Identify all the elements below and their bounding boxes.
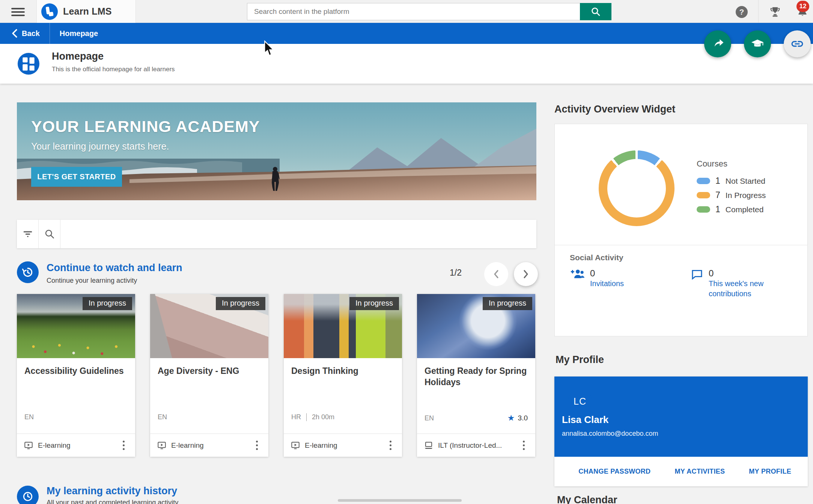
course-language: EN <box>425 414 434 422</box>
chevron-right-icon <box>522 269 530 279</box>
notification-count-badge[interactable]: 12 <box>796 1 809 12</box>
course-footer: E-learning <box>17 434 135 457</box>
legend-item-not-started: 1 Not Started <box>697 176 765 186</box>
lms-homepage: Learn LMS ? 12 Back Homepage Homepa <box>0 0 813 504</box>
contributions-count: 0 <box>709 268 795 279</box>
catalog-filter-bar <box>17 220 536 248</box>
course-footer: E-learning <box>150 434 268 457</box>
page-header: Homepage This is the official homepage f… <box>0 44 813 84</box>
page-title: Homepage <box>52 51 104 62</box>
ilt-laptop-icon <box>424 441 434 450</box>
course-thumbnail: In progress <box>417 294 535 358</box>
carousel-prev-button[interactable] <box>484 262 508 286</box>
course-type-label: E-learning <box>305 441 337 450</box>
clock-icon <box>22 490 34 502</box>
my-activities-button[interactable]: MY ACTIVITIES <box>674 468 725 476</box>
course-title: Accessibility Guidelines <box>17 358 135 377</box>
course-card[interactable]: In progress Design Thinking HR 2h 00m E-… <box>284 294 402 457</box>
my-profile-button[interactable]: MY PROFILE <box>749 468 791 476</box>
elearning-icon <box>157 441 167 450</box>
course-type-label: E-learning <box>38 441 71 450</box>
course-thumbnail: In progress <box>284 294 402 358</box>
help-button[interactable]: ? <box>734 4 749 20</box>
kebab-menu-icon[interactable] <box>117 438 130 453</box>
search-icon <box>590 6 601 17</box>
gamification-button[interactable] <box>768 4 783 20</box>
topbar-divider <box>758 0 759 23</box>
course-card[interactable]: In progress Accessibility Guidelines EN … <box>17 294 135 457</box>
top-bar: Learn LMS ? 12 <box>0 0 813 23</box>
chevron-left-icon <box>492 269 500 279</box>
history-section-subtitle: All your past and completed learning act… <box>47 499 178 504</box>
search-input[interactable] <box>247 3 580 20</box>
legend-swatch <box>697 206 710 213</box>
legend-swatch <box>697 178 710 184</box>
course-card[interactable]: In progress Age Diversity - ENG EN E-lea… <box>150 294 268 457</box>
person-add-icon <box>570 268 585 280</box>
page-subtitle: This is the official homepage for all le… <box>52 66 175 73</box>
search-button[interactable] <box>580 3 611 20</box>
avatar[interactable]: LC <box>568 389 592 413</box>
change-password-button[interactable]: CHANGE PASSWORD <box>578 468 650 476</box>
carousel-next-button[interactable] <box>514 262 538 286</box>
hero-title: YOUR LEARNING ACADEMY <box>31 117 260 136</box>
graduation-cap-icon <box>750 36 765 52</box>
activity-widget-title: Activity Overview Widget <box>554 104 675 115</box>
course-title: Design Thinking <box>284 358 402 377</box>
continue-section-title[interactable]: Continue to watch and learn <box>47 262 182 274</box>
course-footer: ILT (Instructor-Led... <box>417 434 535 457</box>
contributions-link[interactable]: This week's new contributions <box>709 279 795 299</box>
legend-count: 1 <box>715 204 720 214</box>
course-duration: 2h 00m <box>306 413 334 421</box>
course-language: HR <box>291 413 301 421</box>
profile-actions: CHANGE PASSWORD MY ACTIVITIES MY PROFILE <box>554 457 808 486</box>
learning-button[interactable] <box>744 30 771 57</box>
hero-banner: YOUR LEARNING ACADEMY Your learning jour… <box>17 102 536 200</box>
course-type-label: ILT (Instructor-Led... <box>438 441 502 450</box>
history-section-title[interactable]: My learning activity history <box>47 485 177 497</box>
share-button[interactable] <box>704 30 731 57</box>
horizontal-scrollbar[interactable] <box>338 499 462 502</box>
activity-overview-widget: Courses 1 Not Started 7 In Progress 1 Co… <box>554 124 808 336</box>
status-badge: In progress <box>483 297 532 310</box>
pagination-counter: 1/2 <box>450 268 462 278</box>
filter-icon <box>22 228 33 240</box>
profile-email: annalisa.colombo@docebo.com <box>562 430 658 438</box>
chart-legend-title: Courses <box>697 159 727 169</box>
invitations-link[interactable]: Invitations <box>590 279 624 289</box>
rating-value: 3.0 <box>518 414 528 422</box>
legend-item-in-progress: 7 In Progress <box>697 190 766 200</box>
page-nav-bar: Back Homepage <box>0 23 813 44</box>
social-activity-title: Social Activity <box>570 253 623 262</box>
app-logo[interactable]: Learn LMS <box>36 0 136 23</box>
contributions-stat: 0 This week's new contributions <box>691 268 795 299</box>
course-thumbnail: In progress <box>150 294 268 358</box>
hamburger-menu-icon[interactable] <box>11 6 26 17</box>
profile-card: LC Lisa Clark annalisa.colombo@docebo.co… <box>554 376 808 486</box>
filter-button[interactable] <box>17 220 39 248</box>
filter-search-button[interactable] <box>39 220 60 248</box>
legend-count: 1 <box>715 176 720 186</box>
help-icon: ? <box>736 6 748 18</box>
kebab-menu-icon[interactable] <box>250 438 263 453</box>
logo-text: Learn LMS <box>63 6 112 17</box>
legend-label: In Progress <box>726 191 766 200</box>
history-section-icon <box>17 486 39 504</box>
profile-name: Lisa Clark <box>562 414 608 426</box>
kebab-menu-icon[interactable] <box>517 438 530 453</box>
course-language: EN <box>158 413 167 421</box>
legend-swatch <box>697 192 710 198</box>
get-started-button[interactable]: LET'S GET STARTED <box>31 167 122 187</box>
global-search <box>247 3 611 20</box>
kebab-menu-icon[interactable] <box>384 438 397 453</box>
copy-link-button[interactable] <box>784 30 811 57</box>
elearning-icon <box>24 441 33 450</box>
back-button[interactable]: Back <box>0 23 50 44</box>
course-card[interactable]: In progress Getting Ready for Spring Hol… <box>417 294 535 457</box>
continue-section-subtitle: Continue your learning activity <box>47 277 137 285</box>
course-thumbnail: In progress <box>17 294 135 358</box>
course-rating: ★3.0 <box>507 413 528 423</box>
course-title: Age Diversity - ENG <box>150 358 268 377</box>
elearning-icon <box>291 441 300 450</box>
breadcrumb: Homepage <box>50 29 98 38</box>
